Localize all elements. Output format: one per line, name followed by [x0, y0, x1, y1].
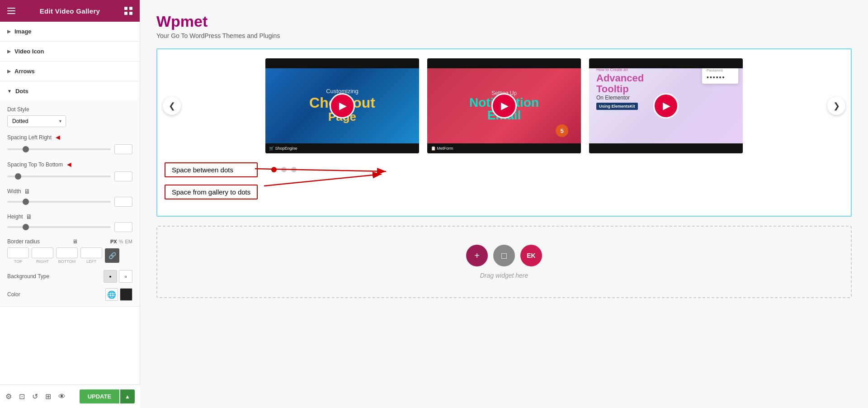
- dot-style-select-wrapper: Dotted Solid Square: [7, 115, 66, 127]
- history-icon[interactable]: ↺: [32, 392, 38, 401]
- br-left-label: LEFT: [86, 259, 96, 264]
- responsive-icon[interactable]: ⊞: [45, 392, 51, 401]
- ek-button[interactable]: EK: [520, 245, 542, 266]
- svg-rect-1: [7, 10, 15, 11]
- sidebar-section-video-header[interactable]: ▶ Video Icon: [0, 42, 140, 61]
- link-icon-button[interactable]: 🔗: [105, 248, 119, 263]
- footer-right: UPDATE ▲: [80, 389, 135, 403]
- svg-rect-0: [7, 8, 15, 9]
- width-slider[interactable]: [7, 201, 111, 203]
- br-right-group: 1 RIGHT: [32, 247, 53, 264]
- nav-arrow-right[interactable]: ❯: [827, 97, 845, 115]
- gallery-slide-2: Setting Up NotificationEmail 5 📋 MetForm…: [427, 58, 581, 153]
- play-button-2[interactable]: ▶: [491, 93, 517, 119]
- svg-rect-2: [7, 13, 15, 14]
- br-left-group: 1 LEFT: [80, 247, 102, 264]
- slide-2-brand: 📋 MetForm: [431, 146, 453, 151]
- space-gallery-to-dots-label: Space from gallery to dots: [165, 185, 258, 199]
- gallery-slides: ❮ Customizing Checkout Page 👆: [165, 58, 844, 153]
- sidebar-body: ▶ Image ▶ Video Icon ▶ Arrows ▼ Dots: [0, 22, 140, 408]
- update-arrow-button[interactable]: ▲: [120, 389, 135, 403]
- dot-1: [271, 167, 277, 172]
- chevron-right-icon: ▶: [7, 29, 11, 34]
- sidebar-header: Edit Video Gallery: [0, 0, 140, 22]
- main-content: Wpmet Your Go To WordPress Themes and Pl…: [140, 0, 868, 408]
- settings-icon[interactable]: ⚙: [5, 392, 12, 401]
- sidebar-section-video-icon: ▶ Video Icon: [0, 42, 140, 62]
- slide-3-card-dots: ••••••: [707, 74, 734, 81]
- br-bottom-input[interactable]: 1: [56, 247, 78, 258]
- br-unit-em[interactable]: EM: [125, 239, 132, 244]
- sidebar-section-dots-header[interactable]: ▼ Dots: [0, 81, 140, 101]
- sidebar-footer: ⚙ ⊡ ↺ ⊞ 👁 UPDATE ▲: [0, 384, 140, 408]
- arrow-indicator-tb: ◄: [66, 161, 73, 169]
- chevron-down-icon: ▼: [7, 89, 12, 94]
- color-black-swatch[interactable]: [120, 288, 132, 301]
- height-row: Height 🖥 8: [7, 213, 132, 232]
- nav-arrow-left[interactable]: ❮: [163, 97, 181, 115]
- bg-type-solid-btn[interactable]: ▪: [104, 270, 117, 283]
- br-top-input[interactable]: 1: [7, 247, 29, 258]
- hamburger-icon[interactable]: [7, 8, 15, 14]
- br-left-input[interactable]: 1: [80, 247, 102, 258]
- dot-style-row: Dot Style Dotted Solid Square: [7, 106, 132, 127]
- br-right-input[interactable]: 1: [32, 247, 53, 258]
- spacing-tb-slider[interactable]: [7, 176, 111, 177]
- height-label-row: Height 🖥: [7, 213, 132, 220]
- sidebar-section-image-header[interactable]: ▶ Image: [0, 22, 140, 41]
- play-icon-2: ▶: [501, 100, 509, 112]
- footer-icons: ⚙ ⊡ ↺ ⊞ 👁: [5, 392, 66, 401]
- border-radius-section: Border radius 🖥 PX % EM 1 TOP: [7, 238, 132, 264]
- play-icon-3: ▶: [663, 100, 670, 112]
- layers-icon[interactable]: ⊡: [19, 392, 25, 401]
- sidebar-section-image-label: Image: [14, 28, 32, 35]
- slide-1-brand: 🛒 ShopEngine: [269, 146, 297, 151]
- br-unit-percent[interactable]: %: [119, 239, 123, 244]
- gallery-slide-3: How to Create an AdvancedTooltip On Elem…: [589, 58, 743, 153]
- dots-and-annotations: Space between dots Space from gallery to…: [165, 159, 844, 207]
- monitor-icon-height: 🖥: [26, 213, 32, 220]
- spacing-lr-label: Spacing Left Right ◄: [7, 133, 132, 142]
- br-unit-px[interactable]: PX: [110, 239, 117, 244]
- height-slider[interactable]: [7, 226, 111, 228]
- spacing-tb-value[interactable]: 4: [114, 171, 132, 181]
- drop-zone-actions: + □ EK: [466, 245, 542, 266]
- dots-section-body: Dot Style Dotted Solid Square Spacing Le…: [0, 101, 140, 306]
- bg-type-gradient-btn[interactable]: ▫: [119, 270, 132, 283]
- slide-3-badge: Using ElementsKit: [596, 103, 638, 110]
- dot-3: [291, 167, 297, 172]
- chevron-right-icon3: ▶: [7, 69, 11, 74]
- gallery-widget: ❮ Customizing Checkout Page 👆: [156, 48, 852, 217]
- spacing-tb-row: Spacing Top To Bottom ◄ 4: [7, 161, 132, 181]
- spacing-lr-slider[interactable]: [7, 148, 111, 150]
- space-between-dots-label: Space between dots: [165, 162, 258, 177]
- sidebar-title: Edit Video Gallery: [40, 7, 100, 15]
- sidebar-section-video-label: Video Icon: [14, 48, 44, 55]
- eye-icon[interactable]: 👁: [58, 393, 66, 401]
- update-button[interactable]: UPDATE: [80, 389, 119, 403]
- add-widget-button[interactable]: +: [466, 245, 488, 266]
- folder-button[interactable]: □: [493, 245, 515, 266]
- play-icon-1: ▶: [339, 100, 347, 112]
- play-button-1[interactable]: ▶: [330, 93, 355, 119]
- sidebar-section-arrows-header[interactable]: ▶ Arrows: [0, 62, 140, 81]
- height-value[interactable]: 8: [114, 222, 132, 232]
- grid-icon[interactable]: [124, 7, 132, 15]
- bg-type-buttons: ▪ ▫: [104, 270, 132, 283]
- sidebar-section-image: ▶ Image: [0, 22, 140, 42]
- color-row: Color 🌐: [7, 288, 132, 301]
- chevron-right-icon2: ▶: [7, 49, 11, 54]
- br-bottom-label: BOTTOM: [58, 259, 75, 264]
- play-button-3[interactable]: ▶: [653, 93, 679, 119]
- spacing-tb-slider-row: 4: [7, 171, 132, 181]
- annotations-col: Space between dots Space from gallery to…: [165, 162, 258, 203]
- gallery-slide-1: Customizing Checkout Page 👆 🛒 ShopEngine: [265, 58, 419, 153]
- br-top-group: 1 TOP: [7, 247, 29, 264]
- svg-rect-6: [129, 12, 132, 15]
- dots-col: [271, 167, 297, 172]
- slide-2-badge: 5: [556, 124, 568, 137]
- dot-style-select[interactable]: Dotted Solid Square: [7, 115, 66, 127]
- width-value[interactable]: 8: [114, 197, 132, 207]
- color-globe-swatch[interactable]: 🌐: [105, 288, 118, 301]
- spacing-lr-value[interactable]: 8: [114, 144, 132, 154]
